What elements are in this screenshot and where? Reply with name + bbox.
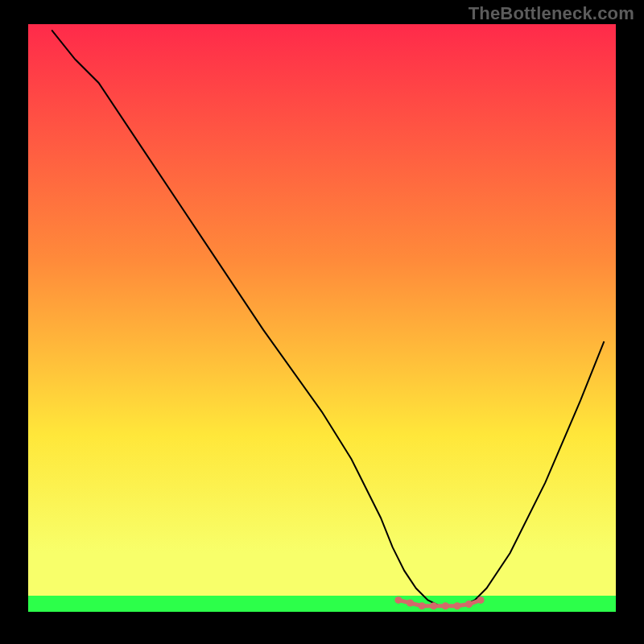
trough-dot (477, 597, 485, 604)
trough-dot (430, 602, 437, 609)
trough-dot (419, 602, 426, 609)
chart-frame: TheBottleneck.com (0, 0, 644, 644)
gradient-background (28, 24, 616, 612)
chart-svg (0, 0, 644, 644)
trough-dot (394, 597, 402, 604)
green-band (28, 596, 616, 612)
trough-dot (453, 602, 460, 609)
trough-dot (442, 602, 449, 609)
trough-dot (465, 601, 473, 608)
watermark-text: TheBottleneck.com (469, 3, 634, 24)
trough-dot (407, 600, 414, 607)
plot-area (28, 24, 616, 612)
